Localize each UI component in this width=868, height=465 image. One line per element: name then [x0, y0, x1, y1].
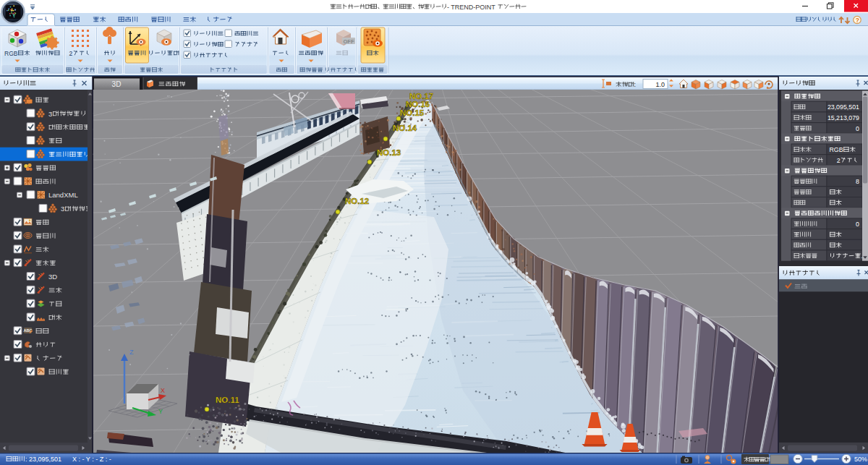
- svg-text:RGB: RGB: [830, 146, 843, 153]
- svg-text:2: 2: [837, 157, 841, 164]
- svg-text:NO.12: NO.12: [345, 197, 369, 205]
- svg-text:3D: 3D: [112, 80, 122, 88]
- svg-text:Y: Y: [158, 408, 163, 415]
- svg-text:3D: 3D: [48, 273, 57, 281]
- svg-text:23,095,501: 23,095,501: [827, 103, 859, 111]
- svg-text:NO.16: NO.16: [406, 100, 430, 108]
- svg-text:- TREND-POINT: - TREND-POINT: [447, 4, 495, 11]
- svg-text:0: 0: [856, 221, 859, 228]
- svg-text:15,213,079: 15,213,079: [827, 114, 859, 121]
- svg-text:NO.11: NO.11: [216, 396, 239, 404]
- svg-text:NO.14: NO.14: [393, 124, 417, 132]
- svg-text:1.0: 1.0: [655, 81, 665, 88]
- svg-text:: 23,095,501: : 23,095,501: [25, 456, 61, 463]
- svg-text::: :: [634, 81, 637, 88]
- svg-text:NO.13: NO.13: [377, 148, 401, 157]
- svg-text:X: X: [161, 387, 165, 394]
- svg-text:0: 0: [856, 125, 859, 132]
- svg-text:NO.15: NO.15: [400, 108, 425, 117]
- svg-text:50%: 50%: [854, 456, 867, 463]
- svg-text:3: 3: [48, 110, 52, 118]
- svg-text:3: 3: [61, 205, 64, 213]
- svg-text:Z: Z: [129, 349, 134, 356]
- svg-text:OFF: OFF: [344, 38, 354, 45]
- svg-text:RGB: RGB: [4, 50, 18, 57]
- svg-text:LandXML: LandXML: [48, 191, 78, 199]
- svg-text:X : - Y : - Z : -: X : - Y : - Z : -: [72, 456, 111, 463]
- svg-text:8: 8: [856, 178, 859, 185]
- svg-text:2: 2: [69, 50, 73, 57]
- svg-text:?: ?: [856, 17, 859, 24]
